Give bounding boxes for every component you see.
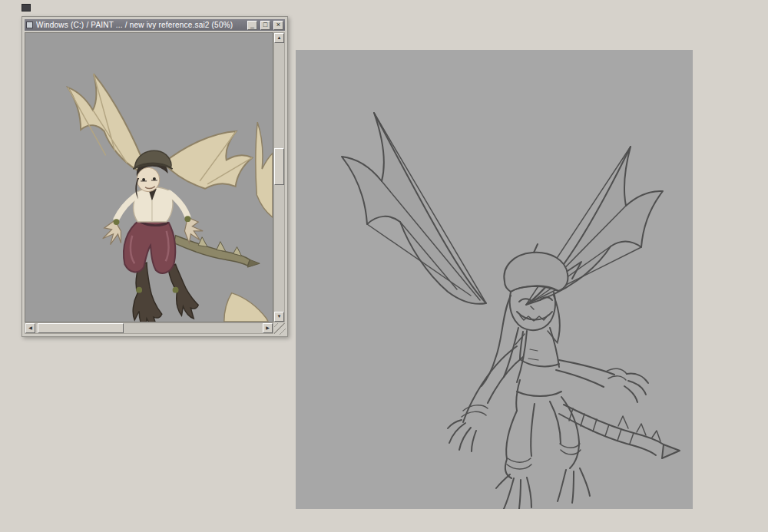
reference-window-body: ▲ ▼ ◀ ▶	[25, 32, 285, 334]
minimize-button[interactable]: _	[247, 21, 257, 30]
background-app-icon[interactable]	[22, 4, 31, 12]
vertical-scrollbar[interactable]: ▲ ▼	[273, 32, 285, 322]
main-canvas[interactable]	[296, 50, 693, 509]
close-button[interactable]: ×	[273, 21, 283, 30]
reference-canvas[interactable]	[25, 32, 273, 322]
scroll-right-button[interactable]: ▶	[263, 323, 273, 333]
scroll-left-button[interactable]: ◀	[25, 323, 35, 333]
vertical-scroll-thumb[interactable]	[274, 148, 284, 185]
reference-window-title: Windows (C:) / PAINT ... / new ivy refer…	[36, 21, 244, 29]
scroll-down-button[interactable]: ▼	[274, 312, 284, 322]
sketch-drawing	[296, 50, 693, 509]
reference-render	[25, 33, 273, 322]
reference-window-titlebar[interactable]: Windows (C:) / PAINT ... / new ivy refer…	[25, 19, 285, 31]
reference-image-window: Windows (C:) / PAINT ... / new ivy refer…	[22, 16, 288, 337]
resize-grip[interactable]	[274, 323, 286, 335]
scroll-up-button[interactable]: ▲	[274, 33, 284, 43]
horizontal-scroll-thumb[interactable]	[38, 323, 124, 333]
maximize-button[interactable]: □	[260, 21, 270, 30]
horizontal-scrollbar[interactable]: ◀ ▶	[25, 322, 273, 334]
canvas-file-icon	[26, 21, 33, 28]
